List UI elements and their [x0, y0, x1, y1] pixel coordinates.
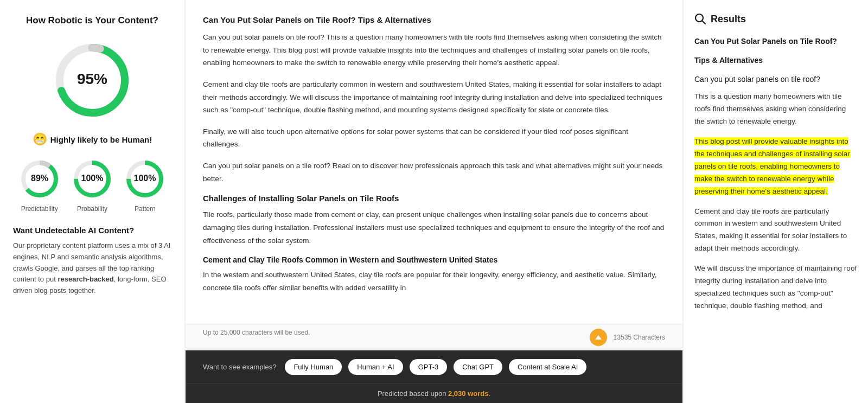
- result-intro: This is a question many homeowners with …: [694, 91, 857, 128]
- predicted-suffix: .: [488, 389, 490, 398]
- chip-gpt3[interactable]: GPT-3: [410, 359, 448, 375]
- result-highlight: This blog post will provide valuable ins…: [694, 136, 857, 198]
- predicted-bar: Predicted based upon 2,030 words.: [186, 383, 682, 403]
- predicted-prefix: Predicted based upon: [378, 389, 448, 398]
- chip-human-ai[interactable]: Human + AI: [348, 359, 403, 375]
- badge-emoji: 😁: [33, 132, 47, 146]
- badge-text: Highly likely to be Human!: [50, 135, 152, 144]
- article-para-2: Cement and clay tile roofs are particula…: [203, 78, 665, 117]
- main-donut-container: 95%: [13, 37, 171, 124]
- pattern-label: Pattern: [135, 205, 156, 213]
- probability-item: 100% Probability: [71, 157, 114, 213]
- main-donut-chart: 95%: [49, 37, 136, 124]
- article-para-4: Can you put solar panels on a tile roof?…: [203, 159, 665, 185]
- probability-label: Probability: [77, 205, 107, 213]
- predictability-label: Predictability: [21, 205, 58, 213]
- predictability-value: 89%: [31, 174, 48, 183]
- char-count: 13535 Characters: [614, 334, 665, 341]
- pattern-chart: 100%: [123, 157, 167, 201]
- result-para3: We will discuss the importance of mainta…: [694, 263, 857, 312]
- middle-panel: Can You Put Solar Panels on Tile Roof? T…: [186, 0, 682, 403]
- chip-content-scale[interactable]: Content at Scale AI: [509, 359, 586, 375]
- predictability-item: 89% Predictability: [18, 157, 61, 213]
- result-question: Can you put solar panels on tile roof?: [694, 74, 857, 85]
- article-para-1: Can you put solar panels on tile roof? T…: [203, 31, 665, 69]
- human-badge: 😁 Highly likely to be Human!: [13, 132, 171, 146]
- chip-fully-human[interactable]: Fully Human: [285, 359, 342, 375]
- main-score-text: 95%: [77, 71, 107, 87]
- results-header: Results: [694, 13, 857, 25]
- robotic-title: How Robotic is Your Content?: [13, 15, 171, 26]
- search-icon: [694, 13, 706, 25]
- results-title: Results: [711, 14, 746, 25]
- article-content: Can You Put Solar Panels on Tile Roof? T…: [186, 0, 682, 324]
- chip-chat-gpt[interactable]: Chat GPT: [454, 359, 502, 375]
- section-para-2: In the western and southwestern United S…: [203, 268, 665, 294]
- subsection-title: Cement and Clay Tile Roofs Common in Wes…: [203, 255, 665, 264]
- pattern-item: 100% Pattern: [123, 157, 167, 213]
- left-panel: How Robotic is Your Content? 95% 😁 Highl…: [0, 0, 184, 403]
- undetectable-title: Want Undetectable AI Content?: [13, 226, 171, 235]
- predictability-chart: 89%: [18, 157, 61, 201]
- result-heading-1: Can You Put Solar Panels on Tile Roof?: [694, 36, 857, 47]
- probability-chart: 100%: [71, 157, 114, 201]
- result-para2: Cement and clay tile roofs are particula…: [694, 206, 857, 255]
- pattern-value: 100%: [134, 174, 156, 183]
- examples-bar: Want to see examples? Fully Human Human …: [186, 350, 682, 383]
- result-heading-2: Tips & Alternatives: [694, 55, 857, 66]
- article-title: Can You Put Solar Panels on Tile Roof? T…: [203, 15, 665, 24]
- predicted-words: 2,030 words: [448, 389, 488, 398]
- section-title: Challenges of Installing Solar Panels on…: [203, 194, 665, 203]
- svg-line-11: [703, 21, 706, 24]
- right-panel: Results Can You Put Solar Panels on Tile…: [684, 0, 868, 403]
- up-arrow-icon: [595, 335, 602, 340]
- examples-label: Want to see examples?: [203, 363, 276, 371]
- section-para-1: Tile roofs, particularly those made from…: [203, 208, 665, 247]
- char-limit-text: Up to 25,000 characters will be used.: [203, 329, 310, 346]
- undetectable-desc: Our proprietary content platform uses a …: [13, 240, 171, 297]
- article-para-3: Finally, we will also touch upon alterna…: [203, 125, 665, 151]
- char-bar: Up to 25,000 characters will be used. 13…: [186, 324, 682, 350]
- scroll-up-button[interactable]: [590, 329, 607, 346]
- probability-value: 100%: [81, 174, 104, 183]
- highlighted-text: This blog post will provide valuable ins…: [694, 137, 850, 195]
- small-circles-row: 89% Predictability 100% Probability 100%…: [13, 157, 171, 213]
